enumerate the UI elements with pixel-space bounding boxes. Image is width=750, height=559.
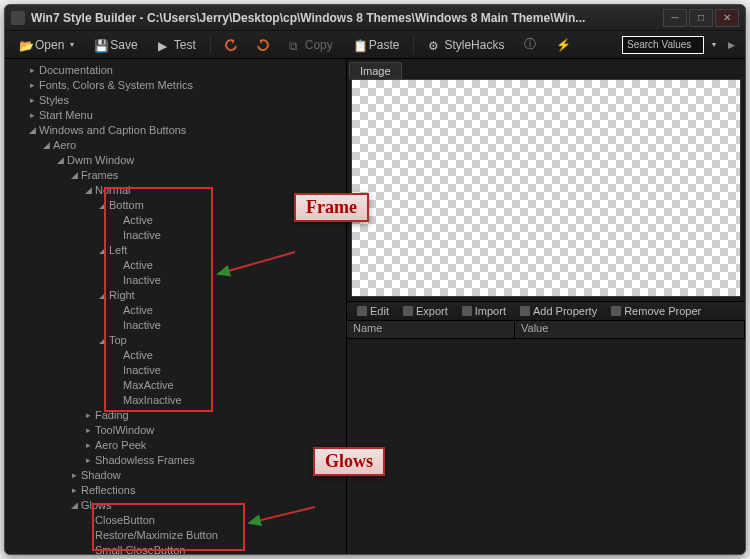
tree-node[interactable]: MaxInactive [5, 393, 346, 408]
import-icon [462, 306, 472, 316]
arrow-down-icon: ◢ [97, 243, 107, 258]
close-button[interactable]: ✕ [715, 9, 739, 27]
settings-button[interactable]: ⚡ [548, 34, 579, 56]
search-dropdown[interactable]: ▾ [708, 34, 720, 56]
export-button[interactable]: Export [397, 302, 454, 320]
search-input[interactable] [622, 36, 704, 54]
arrow-right-icon: ▸ [83, 438, 93, 453]
tree-node[interactable]: Inactive [5, 228, 346, 243]
tree-node[interactable]: ▸Reflections [5, 483, 346, 498]
col-name[interactable]: Name [347, 321, 515, 338]
undo-button[interactable] [217, 34, 245, 56]
search-next[interactable]: ▶ [724, 34, 739, 56]
tree-label: Restore/Maximize Button [95, 528, 218, 543]
right-panel: Image Edit Export Import Add Property Re… [347, 59, 745, 554]
tree-node[interactable]: ▸Fonts, Colors & System Metrics [5, 78, 346, 93]
folder-icon: 📂 [19, 39, 31, 51]
tree-node[interactable]: Inactive [5, 363, 346, 378]
tree-node[interactable]: CloseButton [5, 513, 346, 528]
tree-label: Inactive [123, 318, 161, 333]
disk-icon: 💾 [94, 39, 106, 51]
tree-label: Inactive [123, 228, 161, 243]
image-tab[interactable]: Image [349, 62, 402, 79]
tree-node[interactable]: Inactive [5, 318, 346, 333]
tree-node[interactable]: ◢Right [5, 288, 346, 303]
app-window: Win7 Style Builder - C:\Users\Jerry\Desk… [4, 4, 746, 555]
tree-label: MaxActive [123, 378, 174, 393]
image-tab-row: Image [347, 59, 745, 79]
remove-property-button[interactable]: Remove Proper [605, 302, 707, 320]
titlebar[interactable]: Win7 Style Builder - C:\Users\Jerry\Desk… [5, 5, 745, 31]
tree-node[interactable]: ▸Styles [5, 93, 346, 108]
tree-label: Styles [39, 93, 69, 108]
navigation-tree[interactable]: ▸Documentation▸Fonts, Colors & System Me… [5, 59, 346, 554]
paste-icon: 📋 [353, 39, 365, 51]
open-button[interactable]: 📂Open▾ [11, 34, 82, 56]
arrow-right-icon: ▸ [69, 468, 79, 483]
tree-node[interactable]: Inactive [5, 273, 346, 288]
property-grid-header: Name Value [347, 321, 745, 339]
add-property-button[interactable]: Add Property [514, 302, 603, 320]
tree-node[interactable]: ▸Documentation [5, 63, 346, 78]
arrow-right-icon: ▸ [27, 108, 37, 123]
tree-label: Active [123, 258, 153, 273]
tree-label: MaxInactive [123, 393, 182, 408]
tree-node[interactable]: ◢Frames [5, 168, 346, 183]
tree-node[interactable]: ◢Normal [5, 183, 346, 198]
maximize-button[interactable]: □ [689, 9, 713, 27]
tree-label: Reflections [81, 483, 135, 498]
stylehacks-button[interactable]: ⚙StyleHacks [420, 34, 512, 56]
arrow-right-icon: ▸ [27, 78, 37, 93]
tree-node[interactable]: ▸Start Menu [5, 108, 346, 123]
tree-label: Inactive [123, 363, 161, 378]
tree-label: Bottom [109, 198, 144, 213]
undo-icon [225, 39, 237, 51]
arrow-down-icon: ◢ [83, 183, 93, 198]
tree-node[interactable]: Restore/Maximize Button [5, 528, 346, 543]
tree-node[interactable]: ◢Bottom [5, 198, 346, 213]
minimize-button[interactable]: ─ [663, 9, 687, 27]
paste-button[interactable]: 📋Paste [345, 34, 408, 56]
arrow-right-icon: ▸ [83, 453, 93, 468]
play-icon: ▶ [158, 39, 170, 51]
tree-label: Frames [81, 168, 118, 183]
x-icon [611, 306, 621, 316]
test-button[interactable]: ▶Test [150, 34, 204, 56]
tree-label: Dwm Window [67, 153, 134, 168]
image-preview[interactable] [351, 79, 741, 297]
tree-label: Active [123, 303, 153, 318]
tree-node[interactable]: Active [5, 303, 346, 318]
arrow-right-icon: ▸ [27, 93, 37, 108]
import-button[interactable]: Import [456, 302, 512, 320]
tree-label: Normal [95, 183, 130, 198]
tree-node[interactable]: ▸Fading [5, 408, 346, 423]
copy-button[interactable]: ⧉Copy [281, 34, 341, 56]
edit-button[interactable]: Edit [351, 302, 395, 320]
tree-panel: ▸Documentation▸Fonts, Colors & System Me… [5, 59, 347, 554]
tree-label: Aero [53, 138, 76, 153]
arrow-down-icon: ◢ [97, 333, 107, 348]
info-button[interactable]: ⓘ [516, 34, 544, 56]
tree-node[interactable]: Small CloseButton [5, 543, 346, 554]
tree-node[interactable]: ▸ToolWindow [5, 423, 346, 438]
tree-node[interactable]: Active [5, 348, 346, 363]
tree-node[interactable]: Active [5, 258, 346, 273]
property-grid-body[interactable] [347, 339, 745, 555]
tree-node[interactable]: ▸Shadowless Frames [5, 453, 346, 468]
tree-node[interactable]: Active [5, 213, 346, 228]
redo-button[interactable] [249, 34, 277, 56]
tree-node[interactable]: ▸Aero Peek [5, 438, 346, 453]
tree-label: ToolWindow [95, 423, 154, 438]
tree-node[interactable]: MaxActive [5, 378, 346, 393]
col-value[interactable]: Value [515, 321, 745, 338]
tree-node[interactable]: ◢Glows [5, 498, 346, 513]
tree-label: Active [123, 213, 153, 228]
save-button[interactable]: 💾Save [86, 34, 145, 56]
tree-node[interactable]: ◢Windows and Caption Buttons [5, 123, 346, 138]
tree-node[interactable]: ◢Left [5, 243, 346, 258]
property-toolbar: Edit Export Import Add Property Remove P… [347, 301, 745, 321]
tree-node[interactable]: ▸Shadow [5, 468, 346, 483]
tree-node[interactable]: ◢Dwm Window [5, 153, 346, 168]
tree-node[interactable]: ◢Aero [5, 138, 346, 153]
tree-node[interactable]: ◢Top [5, 333, 346, 348]
